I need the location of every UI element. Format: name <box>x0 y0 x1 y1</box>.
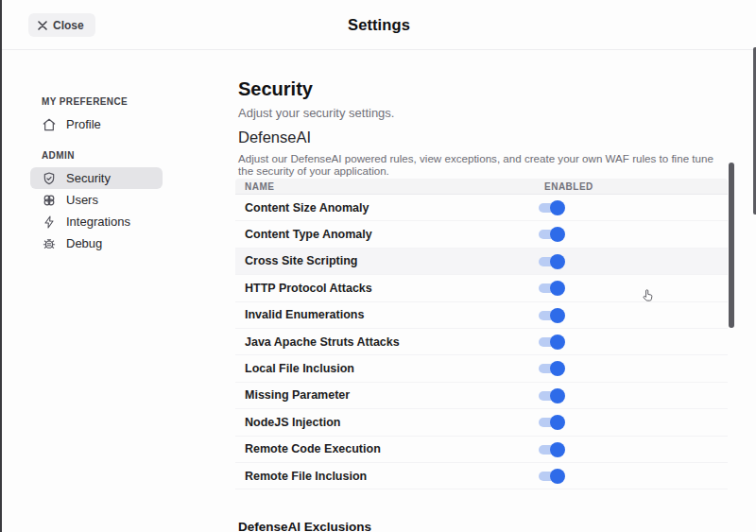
rule-toggle[interactable] <box>539 227 565 242</box>
toggle-knob <box>550 361 565 376</box>
rule-name: Remote Code Execution <box>235 442 381 455</box>
toggle-knob <box>550 442 565 457</box>
exclusions-section-title: DefenseAI Exclusions <box>238 520 371 532</box>
sidebar-item-label: Integrations <box>66 215 130 229</box>
rule-toggle[interactable] <box>539 335 565 350</box>
table-row[interactable]: HTTP Protocol Attacks <box>235 275 728 301</box>
main-title: Security <box>238 78 313 100</box>
table-row[interactable]: Cross Site Scripting <box>235 249 728 275</box>
main-subtitle: Adjust your security settings. <box>238 106 394 120</box>
zap-icon <box>42 215 57 230</box>
rule-toggle[interactable] <box>539 308 565 323</box>
table-row[interactable]: Java Apache Struts Attacks <box>235 329 728 355</box>
table-row[interactable]: Invalid Enumerations <box>235 302 728 329</box>
rule-toggle[interactable] <box>539 254 565 269</box>
rule-toggle[interactable] <box>539 200 565 215</box>
sidebar-item-label: Security <box>66 171 111 185</box>
shield-check-icon <box>42 171 57 186</box>
rule-toggle[interactable] <box>539 281 565 296</box>
table-header: NAME ENABLED <box>235 179 728 195</box>
sidebar: MY PREFERENCEProfileADMINSecurityUsersIn… <box>30 91 163 254</box>
sidebar-item-security[interactable]: Security <box>30 167 163 189</box>
table-row[interactable]: Remote File Inclusion <box>235 463 728 489</box>
rule-toggle[interactable] <box>539 388 565 403</box>
rule-name: Content Size Anomaly <box>235 201 369 215</box>
defenseai-section-title: DefenseAI <box>238 129 311 146</box>
rule-name: Cross Site Scripting <box>235 254 357 267</box>
sidebar-section-gap <box>30 135 163 145</box>
toggle-knob <box>550 388 565 403</box>
sidebar-item-label: Users <box>66 193 98 207</box>
table-scrollbar-thumb[interactable] <box>729 163 734 328</box>
toggle-knob <box>550 200 565 215</box>
rule-name: Java Apache Struts Attacks <box>235 335 400 349</box>
table-row[interactable]: NodeJS Injection <box>235 409 728 436</box>
bug-icon <box>42 236 57 251</box>
rule-name: Missing Parameter <box>235 388 350 402</box>
waf-rules-table: NAME ENABLED Content Size Anomaly Conten… <box>235 179 728 489</box>
toggle-knob <box>550 281 565 296</box>
rule-toggle[interactable] <box>539 361 565 376</box>
sidebar-item-debug[interactable]: Debug <box>30 232 163 254</box>
sidebar-item-integrations[interactable]: Integrations <box>30 211 163 232</box>
table-row[interactable]: Local File Inclusion <box>235 355 728 382</box>
rule-name: NodeJS Injection <box>235 416 340 429</box>
rule-name: HTTP Protocol Attacks <box>235 282 372 295</box>
users-icon <box>42 193 57 208</box>
column-header-enabled: ENABLED <box>544 181 593 192</box>
table-row[interactable]: Content Type Anomaly <box>235 221 728 248</box>
settings-window: Close Settings MY PREFERENCEProfileADMIN… <box>0 0 756 532</box>
rule-name: Local File Inclusion <box>235 362 354 375</box>
toggle-knob <box>550 308 565 323</box>
sidebar-item-profile[interactable]: Profile <box>30 113 163 135</box>
topbar: Close Settings <box>2 0 756 50</box>
rule-toggle[interactable] <box>539 469 565 484</box>
rule-name: Invalid Enumerations <box>235 308 364 321</box>
toggle-knob <box>550 415 565 430</box>
sidebar-section-label: MY PREFERENCE <box>30 91 163 113</box>
sidebar-section-label: ADMIN <box>30 145 163 167</box>
table-row[interactable]: Content Size Anomaly <box>235 195 728 221</box>
table-row[interactable]: Missing Parameter <box>235 383 728 409</box>
rule-name: Remote File Inclusion <box>235 470 367 483</box>
sidebar-item-label: Profile <box>66 117 101 131</box>
rule-name: Content Type Anomaly <box>235 228 372 241</box>
waf-rules-table-body: Content Size Anomaly Content Type Anomal… <box>235 195 728 489</box>
toggle-knob <box>550 254 565 269</box>
page-title: Settings <box>2 16 756 34</box>
sidebar-item-label: Debug <box>66 236 102 250</box>
home-icon <box>42 117 57 132</box>
defenseai-section-description: Adjust our DefenseAI powered rules, view… <box>238 152 728 177</box>
toggle-knob <box>550 227 565 242</box>
column-header-name: NAME <box>245 181 274 192</box>
rule-toggle[interactable] <box>539 442 565 457</box>
toggle-knob <box>550 469 565 484</box>
rule-toggle[interactable] <box>539 415 565 430</box>
table-row[interactable]: Remote Code Execution <box>235 437 728 463</box>
sidebar-item-users[interactable]: Users <box>30 189 163 211</box>
toggle-knob <box>550 335 565 350</box>
